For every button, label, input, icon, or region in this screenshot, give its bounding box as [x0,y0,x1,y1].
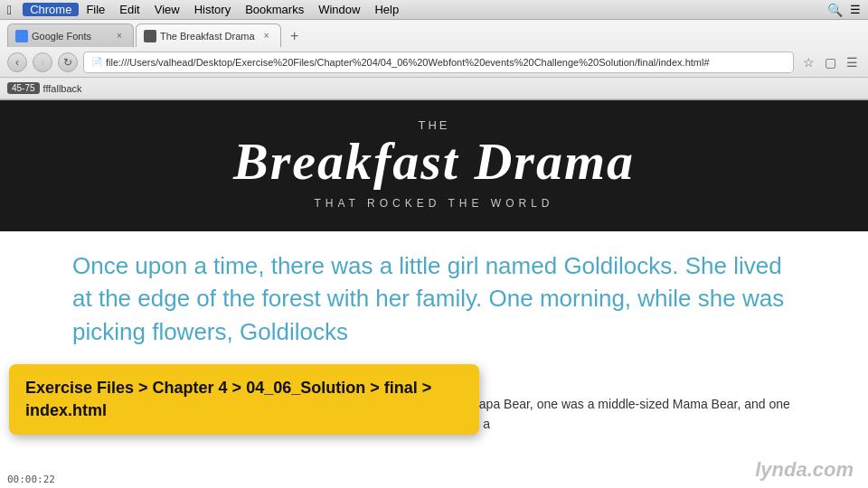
menubar-right-icons: 🔍 ☰ [827,3,861,17]
menu-view[interactable]: View [147,3,187,16]
video-timer: 00:00:22 [7,474,55,485]
tab-breakfast-drama[interactable]: The Breakfast Drama × [136,23,281,47]
tab-label-breakfast: The Breakfast Drama [160,31,255,42]
tab-label-google: Google Fonts [32,31,108,42]
hero-section: THE Breakfast Drama THAT ROCKED THE WORL… [0,100,868,231]
navigation-bar: ‹ › ↻ 📄 file:///Users/valhead/Desktop/Ex… [0,47,868,78]
chrome-menu-icon[interactable]: ☰ [843,53,861,71]
notification-icon[interactable]: ☰ [850,3,861,16]
reader-mode-icon[interactable]: ▢ [821,53,839,71]
tab-bar: Google Fonts × The Breakfast Drama × + [0,20,868,47]
hero-title: Breakfast Drama [36,136,832,188]
new-tab-button[interactable]: + [283,27,307,45]
address-text: file:///Users/valhead/Desktop/Exercise%2… [106,57,710,68]
forward-button[interactable]: › [33,52,52,72]
spotlight-search-icon[interactable]: 🔍 [827,3,843,17]
mac-menubar:  Chrome File Edit View History Bookmark… [0,0,868,20]
bookmark-fallback: fffallback [43,83,82,94]
tab-favicon-google [15,30,28,42]
tab-favicon-breakfast [144,30,156,42]
menu-file[interactable]: File [79,3,112,16]
menu-window[interactable]: Window [311,3,367,16]
nav-right-controls: ☆ ▢ ☰ [799,53,861,71]
file-path-tooltip: Exercise Files > Chapter 4 > 04_06_Solut… [9,364,479,435]
apple-menu[interactable]:  [7,3,12,17]
tab-close-breakfast[interactable]: × [260,30,273,42]
lead-paragraph: Once upon a time, there was a little gir… [72,249,796,348]
lynda-watermark: lynda.com [755,458,854,482]
address-file-icon: 📄 [91,57,102,67]
menu-edit[interactable]: Edit [112,3,146,16]
page-content: THE Breakfast Drama THAT ROCKED THE WORL… [0,100,868,488]
tab-google-fonts[interactable]: Google Fonts × [7,23,134,47]
back-button[interactable]: ‹ [7,52,27,72]
bookmark-badge: 45-75 [7,82,40,94]
bookmark-star-icon[interactable]: ☆ [799,53,817,71]
reload-button[interactable]: ↻ [58,52,78,72]
menu-bookmarks[interactable]: Bookmarks [238,3,311,16]
bookmark-bar: 45-75 fffallback [0,78,868,99]
hero-the-label: THE [36,118,832,132]
menu-chrome[interactable]: Chrome [23,3,79,16]
tab-close-google[interactable]: × [113,30,126,42]
tooltip-text: Exercise Files > Chapter 4 > 04_06_Solut… [25,377,463,422]
browser-chrome: Google Fonts × The Breakfast Drama × + ‹… [0,20,868,100]
menu-history[interactable]: History [187,3,238,16]
menu-help[interactable]: Help [367,3,406,16]
address-bar[interactable]: 📄 file:///Users/valhead/Desktop/Exercise… [83,52,794,73]
hero-subtitle: THAT ROCKED THE WORLD [36,197,832,210]
